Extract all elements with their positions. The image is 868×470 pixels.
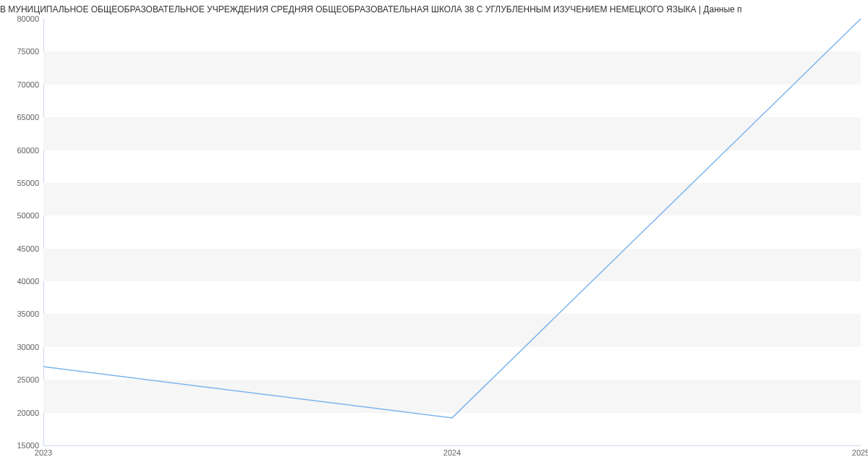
y-tick-label: 30000 bbox=[3, 343, 39, 351]
y-tick-label: 75000 bbox=[3, 47, 39, 56]
plot-area bbox=[43, 19, 861, 445]
x-tick-label: 2025 bbox=[852, 448, 868, 457]
y-tick-label: 55000 bbox=[3, 179, 39, 187]
x-tick-label: 2024 bbox=[443, 448, 461, 457]
x-tick-label: 2023 bbox=[35, 448, 52, 457]
x-axis-line bbox=[43, 445, 861, 446]
line-series bbox=[43, 19, 861, 445]
y-tick-label: 50000 bbox=[3, 211, 39, 220]
y-tick-label: 45000 bbox=[3, 244, 39, 253]
y-tick-label: 40000 bbox=[3, 277, 39, 286]
y-tick-label: 65000 bbox=[3, 113, 39, 121]
y-tick-label: 60000 bbox=[3, 146, 39, 155]
y-tick-label: 15000 bbox=[3, 441, 39, 450]
chart-title: В МУНИЦИПАЛЬНОЕ ОБЩЕОБРАЗОВАТЕЛЬНОЕ УЧРЕ… bbox=[0, 4, 868, 14]
y-tick-label: 25000 bbox=[3, 375, 39, 384]
y-tick-label: 35000 bbox=[3, 309, 39, 318]
y-tick-label: 70000 bbox=[3, 80, 39, 89]
series1-path bbox=[43, 19, 861, 418]
y-tick-label: 80000 bbox=[3, 14, 39, 23]
y-tick-label: 20000 bbox=[3, 409, 39, 417]
